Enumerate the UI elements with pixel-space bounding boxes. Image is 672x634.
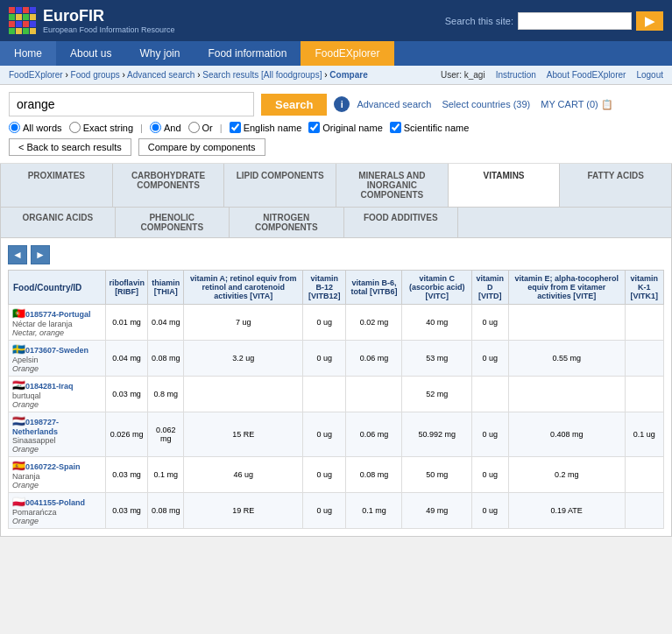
- food-id-link[interactable]: 0173607-Sweden: [25, 346, 88, 355]
- table-row: 🇮🇶0184281-IraqburtuqalOrange0.03 mg0.8 m…: [9, 377, 664, 412]
- english-name-option[interactable]: English name: [230, 122, 302, 133]
- value-cell: 0.03 mg: [106, 457, 148, 493]
- info-icon[interactable]: i: [334, 96, 350, 112]
- food-name-local: Sinaasappel: [12, 436, 56, 445]
- value-cell: 0.04 mg: [147, 305, 184, 341]
- search-site-input[interactable]: [518, 12, 632, 30]
- value-cell: 0.2 mg: [508, 457, 625, 493]
- original-name-option[interactable]: Original name: [308, 122, 382, 133]
- food-id-link[interactable]: 0185774-Portugal: [25, 310, 91, 319]
- food-id-link[interactable]: 0041155-Poland: [25, 498, 85, 507]
- my-cart-link[interactable]: MY CART (0) 📋: [541, 99, 612, 110]
- food-flag: 🇪🇸: [12, 460, 25, 472]
- food-cell: 🇳🇱0198727-NetherlandsSinaasappelOrange: [9, 412, 106, 457]
- food-name-local: Apelsin: [12, 356, 39, 364]
- value-cell: 0.02 mg: [346, 305, 402, 341]
- logout-link[interactable]: Logout: [636, 70, 663, 80]
- table-row: 🇵🇹0185774-PortugalNéctar de laranjaNecta…: [9, 305, 664, 341]
- tab-proximates[interactable]: PROXIMATES: [1, 164, 113, 207]
- value-cell: 0.1 ug: [625, 412, 663, 457]
- header-search-area: Search this site: ▶: [445, 11, 663, 31]
- tab-lipid[interactable]: LIPID COMPONENTS: [224, 164, 336, 207]
- value-cell: 0 ug: [303, 457, 346, 493]
- action-buttons: < Back to search results Compare by comp…: [9, 138, 663, 156]
- value-cell: 7 ug: [184, 305, 303, 341]
- table-row: 🇸🇪0173607-SwedenApelsinOrange0.04 mg0.08…: [9, 341, 664, 377]
- search-site-button[interactable]: ▶: [636, 11, 663, 31]
- compare-by-components-button[interactable]: Compare by components: [138, 138, 265, 156]
- back-to-results-button[interactable]: < Back to search results: [9, 138, 131, 156]
- value-cell: 50.992 mg: [402, 412, 472, 457]
- value-cell: 0 ug: [303, 305, 346, 341]
- value-cell: 40 mg: [402, 305, 472, 341]
- logo-area: EuroFIR European Food Information Resour…: [9, 7, 175, 34]
- breadcrumb-foodexplorer[interactable]: FoodEXplorer: [9, 70, 63, 80]
- advanced-search-link[interactable]: Advanced search: [357, 99, 431, 110]
- or-option[interactable]: Or: [188, 122, 213, 133]
- food-name-local: Naranja: [12, 472, 40, 481]
- about-foodexplorer-link[interactable]: About FoodEXplorer: [547, 70, 626, 80]
- next-arrow-button[interactable]: ►: [31, 245, 50, 264]
- value-cell: 0.06 mg: [346, 412, 402, 457]
- breadcrumb-search-results[interactable]: Search results [All foodgroups]: [202, 70, 322, 80]
- table-row: 🇪🇸0160722-SpainNaranjaOrange0.03 mg0.1 m…: [9, 457, 664, 493]
- food-id-link[interactable]: 0160722-Spain: [25, 462, 81, 471]
- and-option[interactable]: And: [150, 122, 181, 133]
- col-header-vitk1: vitamin K-1[VITK1]: [625, 271, 663, 305]
- search-button[interactable]: Search: [261, 94, 327, 116]
- food-flag: 🇳🇱: [12, 415, 25, 427]
- nav-why-join[interactable]: Why join: [125, 41, 194, 66]
- tab-minerals[interactable]: MINERALS AND INORGANIC COMPONENTS: [336, 164, 449, 207]
- scientific-name-option[interactable]: Scientific name: [390, 122, 470, 133]
- tab-phenolic[interactable]: PHENOLIC COMPONENTS: [116, 208, 230, 237]
- nav-about[interactable]: About us: [56, 41, 125, 66]
- value-cell: 0.03 mg: [106, 377, 148, 412]
- breadcrumb-bar: FoodEXplorer › Food groups › Advanced se…: [0, 66, 672, 85]
- nav-food-information[interactable]: Food information: [194, 41, 301, 66]
- search-links: Advanced search Select countries (39) MY…: [357, 99, 612, 110]
- exact-string-option[interactable]: Exact string: [69, 122, 133, 133]
- prev-arrow-button[interactable]: ◄: [8, 245, 27, 264]
- breadcrumb-advanced-search[interactable]: Advanced search: [127, 70, 195, 80]
- tab-nitrogen[interactable]: NITROGEN COMPONENTS: [230, 208, 344, 237]
- tab-organic-acids[interactable]: ORGANIC ACIDS: [1, 208, 116, 237]
- breadcrumb-foodgroups[interactable]: Food groups: [71, 70, 120, 80]
- user-bar: User: k_agi Instruction About FoodEXplor…: [441, 70, 663, 80]
- value-cell: 0.062 mg: [147, 412, 184, 457]
- tab-vitamins[interactable]: VITAMINS: [449, 164, 561, 207]
- food-flag: 🇸🇪: [12, 343, 25, 356]
- tab-food-additives[interactable]: FOOD ADDITIVES: [344, 208, 458, 237]
- search-input[interactable]: [9, 92, 254, 116]
- value-cell: 52 mg: [402, 377, 472, 412]
- value-cell: 0 ug: [472, 412, 509, 457]
- value-cell: 50 mg: [402, 457, 472, 493]
- value-cell: 15 RE: [184, 412, 303, 457]
- value-cell: 0.1 mg: [147, 457, 184, 493]
- food-flag: 🇮🇶: [12, 379, 25, 391]
- tab-carbohydrate[interactable]: CARBOHYDRATE COMPONENTS: [113, 164, 225, 207]
- table-row: 🇵🇱0041155-PolandPomarańczaOrange0.03 mg0…: [9, 493, 664, 529]
- tabs-row-1: PROXIMATES CARBOHYDRATE COMPONENTS LIPID…: [1, 164, 671, 208]
- col-header-vitc: vitamin C (ascorbic acid) [VITC]: [402, 271, 472, 305]
- value-cell: 49 mg: [402, 493, 472, 529]
- tab-fatty-acids[interactable]: FATTY ACIDS: [560, 164, 671, 207]
- value-cell: [625, 341, 663, 377]
- nav-home[interactable]: Home: [0, 41, 56, 66]
- value-cell: [346, 377, 402, 412]
- value-cell: [303, 377, 346, 412]
- value-cell: 0.8 mg: [147, 377, 184, 412]
- user-name: User: k_agi: [441, 70, 485, 80]
- instruction-link[interactable]: Instruction: [496, 70, 536, 80]
- food-id-link[interactable]: 0184281-Iraq: [25, 382, 74, 391]
- food-cell: 🇵🇹0185774-PortugalNéctar de laranjaNecta…: [9, 305, 106, 341]
- col-header-vitd: vitamin D[VITD]: [472, 271, 509, 305]
- food-name-en: Nectar, orange: [12, 328, 64, 337]
- breadcrumb-compare[interactable]: Compare: [329, 70, 367, 80]
- select-countries-link[interactable]: Select countries (39): [442, 99, 530, 110]
- all-words-option[interactable]: All words: [9, 122, 62, 133]
- value-cell: 0 ug: [303, 341, 346, 377]
- breadcrumb: FoodEXplorer › Food groups › Advanced se…: [9, 70, 368, 80]
- value-cell: 3.2 ug: [184, 341, 303, 377]
- nav-foodexplorer[interactable]: FoodEXplorer: [301, 41, 393, 66]
- food-name-local: Néctar de laranja: [12, 320, 73, 328]
